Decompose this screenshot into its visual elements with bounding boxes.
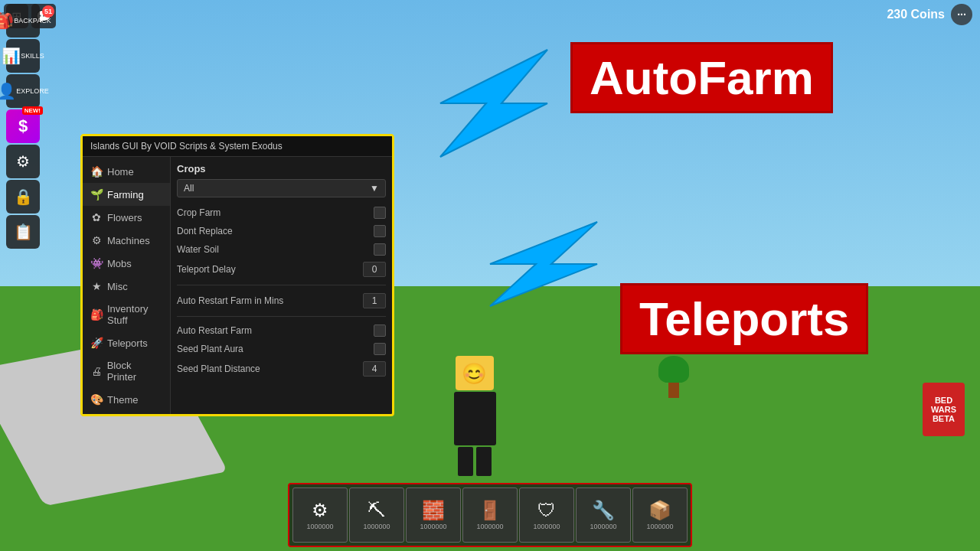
gui-header: Islands GUI By VOID Scripts & System Exo… [83, 136, 392, 157]
flowers-icon: ✿ [90, 211, 103, 223]
nav-block-printer[interactable]: 🖨 Block Printer [83, 354, 170, 388]
inv-count-5: 1000000 [533, 523, 560, 530]
svg-marker-0 [440, 50, 547, 157]
tree [658, 356, 689, 398]
water-soil-checkbox[interactable] [374, 243, 386, 256]
separator-2 [177, 316, 386, 317]
nav-block-printer-label: Block Printer [107, 360, 162, 383]
top-right-hud: 230 Coins ··· [887, 4, 972, 25]
teleports-label: Teleports [620, 283, 868, 354]
home-icon: 🏠 [90, 165, 103, 178]
sidebar-explore[interactable]: 👤EXPLORE [6, 74, 40, 108]
water-soil-label: Water Soil [177, 244, 219, 255]
crops-dropdown[interactable]: All ▼ [177, 179, 386, 197]
more-button[interactable]: ··· [951, 4, 972, 25]
block-printer-icon: 🖨 [90, 365, 103, 377]
coins-display: 230 Coins [887, 8, 945, 21]
auto-restart-mins-value[interactable]: 1 [363, 293, 386, 308]
inv-count-2: 1000000 [363, 523, 390, 530]
inv-slot-2[interactable]: ⛏ 1000000 [349, 487, 404, 543]
mobs-icon: 👾 [90, 257, 103, 269]
nav-flowers[interactable]: ✿ Flowers [83, 206, 170, 229]
auto-restart-mins-row: Auto Restart Farm in Mins 1 [177, 290, 386, 311]
nav-machines[interactable]: ⚙ Machines [83, 229, 170, 252]
teleport-delay-label: Teleport Delay [177, 264, 236, 275]
theme-icon: 🎨 [90, 393, 103, 406]
seed-plant-distance-value[interactable]: 4 [363, 361, 386, 377]
nav-theme[interactable]: 🎨 Theme [83, 388, 170, 411]
inv-count-3: 1000000 [420, 523, 446, 530]
dont-replace-checkbox[interactable] [374, 225, 386, 237]
nav-machines-label: Machines [107, 235, 150, 246]
chevron-down-icon: ▼ [370, 183, 379, 194]
nav-theme-label: Theme [107, 394, 138, 406]
inv-icon-1: ⚙ [312, 500, 328, 521]
nav-inventory-label: Inventory Stuff [107, 303, 162, 326]
left-sidebar: 🎒BACKPACK 📊SKILLS 👤EXPLORE $ NEW! ⚙ 🔒 📋 [0, 0, 46, 551]
inv-icon-2: ⛏ [368, 500, 386, 521]
seed-plant-aura-row: Seed Plant Aura [177, 340, 386, 358]
inv-slot-5[interactable]: 🛡 1000000 [519, 487, 574, 543]
nav-teleports[interactable]: 🚀 Teleports [83, 331, 170, 354]
svg-marker-1 [490, 222, 597, 306]
inv-count-1: 1000000 [306, 523, 333, 530]
nav-home[interactable]: 🏠 Home [83, 160, 170, 183]
tree-trunk [668, 383, 679, 398]
nav-farming[interactable]: 🌱 Farming [83, 183, 170, 206]
crop-farm-row: Crop Farm [177, 204, 386, 222]
inv-slot-1[interactable]: ⚙ 1000000 [292, 487, 348, 543]
autofarm-label: AutoFarm [570, 42, 833, 113]
char-head [456, 356, 494, 390]
inv-icon-6: 🔧 [592, 500, 615, 521]
auto-restart-farm-row: Auto Restart Farm [177, 321, 386, 340]
nav-mobs-label: Mobs [107, 258, 132, 269]
sidebar-lock[interactable]: 🔒 [6, 180, 40, 214]
crops-dropdown-row: All ▼ [177, 179, 386, 197]
inv-icon-7: 📦 [648, 500, 671, 521]
inv-icon-5: 🛡 [537, 500, 556, 521]
sidebar-notes[interactable]: 📋 [6, 215, 40, 249]
inv-slot-7[interactable]: 📦 1000000 [632, 487, 688, 543]
teleport-delay-value[interactable]: 0 [363, 262, 386, 277]
inv-slot-4[interactable]: 🚪 1000000 [462, 487, 518, 543]
inv-icon-4: 🚪 [479, 500, 501, 521]
arrow-teleports [459, 214, 612, 314]
separator-1 [177, 285, 386, 285]
sidebar-skills[interactable]: 📊SKILLS [6, 39, 40, 73]
dont-replace-row: Dont Replace [177, 222, 386, 240]
misc-icon: ★ [90, 280, 103, 292]
shop-new-badge: NEW! [22, 106, 43, 115]
seed-plant-aura-checkbox[interactable] [374, 343, 386, 355]
nav-mobs[interactable]: 👾 Mobs [83, 252, 170, 275]
seed-plant-aura-label: Seed Plant Aura [177, 344, 243, 354]
dont-replace-label: Dont Replace [177, 226, 233, 236]
inventory-bar: ⚙ 1000000 ⛏ 1000000 🧱 1000000 🚪 1000000 … [288, 483, 692, 547]
inv-count-4: 1000000 [476, 523, 503, 530]
nav-teleports-label: Teleports [107, 337, 148, 349]
char-leg-left [458, 447, 473, 476]
auto-restart-farm-label: Auto Restart Farm [177, 325, 252, 336]
gui-content: Crops All ▼ Crop Farm Dont Replace Water… [171, 157, 392, 414]
character [444, 356, 505, 478]
tree-top [658, 356, 689, 383]
nav-inventory[interactable]: 🎒 Inventory Stuff [83, 298, 170, 331]
nav-misc[interactable]: ★ Misc [83, 275, 170, 298]
machines-icon: ⚙ [90, 234, 103, 246]
char-leg-right [476, 447, 492, 476]
sidebar-shop[interactable]: $ NEW! [6, 109, 40, 143]
inv-slot-6[interactable]: 🔧 1000000 [576, 487, 631, 543]
inv-icon-3: 🧱 [422, 500, 445, 521]
gui-panel: Islands GUI By VOID Scripts & System Exo… [80, 134, 394, 416]
gui-body: 🏠 Home 🌱 Farming ✿ Flowers ⚙ Machines 👾 … [83, 157, 392, 414]
nav-home-label: Home [107, 166, 134, 178]
inv-slot-3[interactable]: 🧱 1000000 [406, 487, 461, 543]
product-card[interactable]: BEDWARSBETA [923, 383, 965, 436]
auto-restart-mins-label: Auto Restart Farm in Mins [177, 295, 283, 306]
auto-restart-farm-checkbox[interactable] [374, 324, 386, 337]
section-title: Crops [177, 163, 386, 174]
inventory-icon: 🎒 [90, 308, 103, 321]
sidebar-backpack[interactable]: 🎒BACKPACK [6, 4, 40, 37]
crops-dropdown-value: All [184, 183, 194, 194]
crop-farm-checkbox[interactable] [374, 207, 386, 219]
sidebar-settings[interactable]: ⚙ [6, 145, 40, 178]
